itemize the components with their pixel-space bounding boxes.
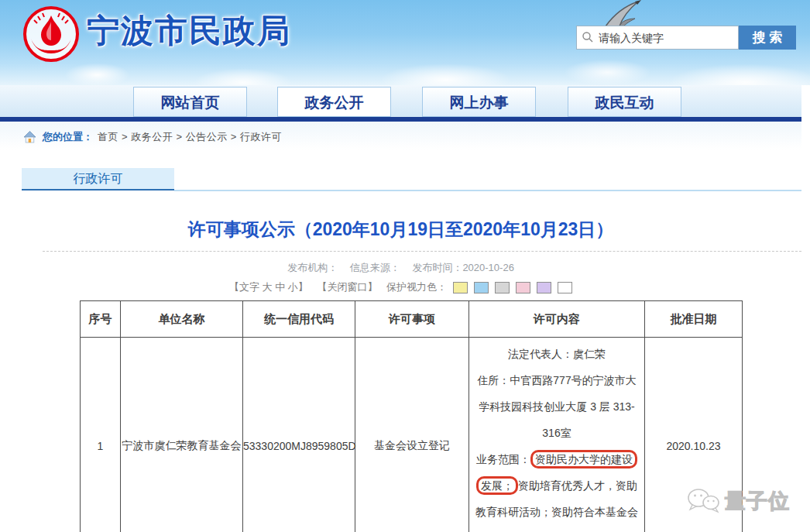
eye-color-swatch-pink[interactable] bbox=[516, 282, 530, 293]
col-header-credit-code: 统一信用代码 bbox=[243, 301, 355, 338]
publish-date: 2020-10-26 bbox=[462, 262, 514, 273]
font-size-control[interactable]: 【文字 大 中 小】 bbox=[229, 281, 308, 293]
nav-tab-home[interactable]: 网站首页 bbox=[133, 87, 247, 117]
search-icon bbox=[582, 31, 594, 43]
cell-credit-code: 53330200MJ8959805D bbox=[243, 338, 355, 532]
cell-permit-content: 法定代表人：虞仁荣 住所：中官西路777号的宁波市大学科技园科技创业大厦 3 层… bbox=[469, 338, 645, 532]
section-tab-underline bbox=[174, 190, 801, 191]
eye-color-swatch-blue[interactable] bbox=[474, 282, 489, 293]
cell-org-name: 宁波市虞仁荣教育基金会 bbox=[121, 338, 243, 532]
wechat-icon bbox=[685, 486, 722, 517]
civil-affairs-logo-icon bbox=[20, 3, 82, 65]
search-input[interactable] bbox=[576, 26, 739, 50]
main-nav: 网站首页 政务公开 网上办事 政民互动 bbox=[0, 85, 801, 117]
eye-color-swatch-gray[interactable] bbox=[495, 282, 510, 293]
article-title: 许可事项公示（2020年10月19日至2020年10月23日） bbox=[0, 218, 801, 242]
dashed-divider bbox=[43, 251, 801, 252]
permits-table: 序号 单位名称 统一信用代码 许可事项 许可内容 批准日期 1 宁波市虞仁荣教育… bbox=[80, 300, 743, 532]
article-controls: 【文字 大 中 小】 【关闭窗口】 保护视力色： bbox=[0, 280, 801, 294]
section-tab-administrative-permit[interactable]: 行政许可 bbox=[22, 168, 174, 190]
cell-permit-item: 基金会设立登记 bbox=[355, 338, 469, 532]
legal-representative: 法定代表人：虞仁荣 bbox=[475, 341, 639, 367]
breadcrumb-label: 您的位置： bbox=[43, 130, 93, 144]
nav-tab-gov-info[interactable]: 政务公开 bbox=[277, 87, 391, 117]
close-window-control[interactable]: 【关闭窗口】 bbox=[317, 281, 377, 293]
site-banner: 宁波市民政局 搜 索 bbox=[0, 0, 810, 85]
breadcrumb-path[interactable]: 首页 > 政务公开 > 公告公示 > 行政许可 bbox=[98, 130, 282, 144]
eye-protect-label: 保护视力色： bbox=[386, 281, 447, 293]
publisher-label: 发布机构： bbox=[287, 262, 338, 273]
table-header-row: 序号 单位名称 统一信用代码 许可事项 许可内容 批准日期 bbox=[81, 301, 743, 338]
cell-index: 1 bbox=[81, 338, 121, 532]
table-row: 1 宁波市虞仁荣教育基金会 53330200MJ8959805D 基金会设立登记… bbox=[81, 338, 743, 532]
publish-date-label: 发布时间： bbox=[412, 262, 462, 273]
search-box: 搜 索 bbox=[576, 26, 796, 50]
article-meta: 发布机构： 信息来源： 发布时间：2020-10-26 bbox=[0, 261, 801, 275]
qbitai-watermark: 量子位 bbox=[685, 486, 790, 517]
page: 宁波市民政局 搜 索 网站首页 政务公开 网上办事 政民互动 bbox=[0, 0, 810, 532]
watermark-text: 量子位 bbox=[725, 487, 790, 515]
eye-color-swatch-white[interactable] bbox=[558, 282, 572, 293]
col-header-approve-date: 批准日期 bbox=[645, 301, 743, 338]
col-header-permit-item: 许可事项 bbox=[355, 301, 469, 338]
source-label: 信息来源： bbox=[350, 262, 400, 273]
org-address: 住所：中官西路777号的宁波市大学科技园科技创业大厦 3 层 313-316室 bbox=[475, 367, 639, 446]
nav-tab-online-services[interactable]: 网上办事 bbox=[422, 87, 536, 117]
search-button[interactable]: 搜 索 bbox=[739, 26, 796, 50]
home-icon bbox=[23, 131, 36, 143]
eye-color-swatch-purple[interactable] bbox=[537, 282, 551, 293]
site-title: 宁波市民政局 bbox=[87, 9, 291, 53]
col-header-permit-content: 许可内容 bbox=[469, 301, 645, 338]
col-header-org-name: 单位名称 bbox=[121, 301, 243, 338]
nav-tab-interaction[interactable]: 政民互动 bbox=[568, 87, 681, 117]
eye-color-swatch-yellow[interactable] bbox=[453, 282, 468, 293]
business-scope: 业务范围：资助民办大学的建设发展；资助培育优秀人才，资助教育科研活动；资助符合本… bbox=[475, 446, 639, 532]
col-header-index: 序号 bbox=[81, 301, 121, 338]
breadcrumb: 您的位置： 首页 > 政务公开 > 公告公示 > 行政许可 bbox=[0, 122, 801, 153]
